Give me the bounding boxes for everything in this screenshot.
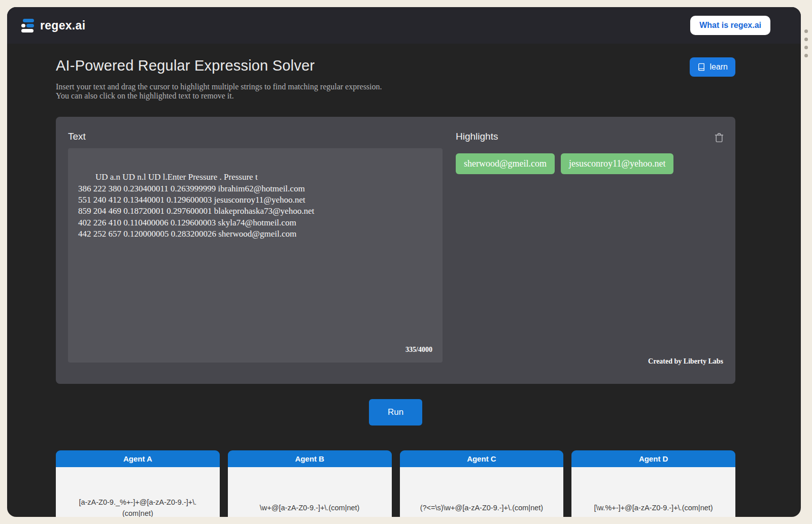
- agent-regex-result: (?<=\s)\w+@[a-zA-Z0-9.-]+\.(com|net): [400, 467, 564, 517]
- clear-highlights-button[interactable]: [714, 132, 724, 143]
- regex-ai-logo-icon: [21, 19, 35, 32]
- page-subtitle: Insert your text and drag the cursor to …: [56, 82, 735, 100]
- app-window: regex.ai What is regex.ai AI-Powered Reg…: [7, 7, 801, 517]
- agent-regex-result: \w+@[a-zA-Z0-9.-]+\.(com|net): [228, 467, 392, 517]
- agent-card-header: Agent B: [228, 450, 392, 467]
- learn-button[interactable]: learn: [690, 57, 735, 77]
- agent-results: Agent A [a-zA-Z0-9._%+-]+@[a-zA-Z0-9.-]+…: [56, 450, 735, 517]
- highlight-chip[interactable]: jesusconroy11@yehoo.net: [561, 153, 673, 174]
- brand-name: regex.ai: [40, 19, 85, 32]
- text-content[interactable]: UD a.n UD n.l UD l.Enter Pressure . Pres…: [78, 172, 314, 238]
- trash-icon: [714, 132, 724, 143]
- learn-button-label: learn: [709, 62, 728, 72]
- book-icon: [697, 63, 705, 71]
- agent-card: Agent D [\w.%+-]+@[a-zA-Z0-9.-]+\.(com|n…: [571, 450, 735, 517]
- subtitle-line-2: You can also click on the highlighted te…: [56, 91, 735, 101]
- agent-card-header: Agent A: [56, 450, 220, 467]
- workspace-panel: Text UD a.n UD n.l UD l.Enter Pressure .…: [56, 117, 735, 384]
- agent-card: Agent B \w+@[a-zA-Z0-9.-]+\.(com|net): [228, 450, 392, 517]
- agent-card-header: Agent C: [400, 450, 564, 467]
- what-is-regex-button[interactable]: What is regex.ai: [690, 16, 770, 35]
- agent-card: Agent A [a-zA-Z0-9._%+-]+@[a-zA-Z0-9.-]+…: [56, 450, 220, 517]
- highlight-chip[interactable]: sherwood@gmeil.com: [456, 153, 555, 174]
- subtitle-line-1: Insert your text and drag the cursor to …: [56, 82, 735, 91]
- char-counter: 335/4000: [405, 345, 432, 354]
- agent-regex-result: [\w.%+-]+@[a-zA-Z0-9.-]+\.(com|net): [571, 467, 735, 517]
- highlight-chips: sherwood@gmeil.com jesusconroy11@yehoo.n…: [456, 153, 723, 174]
- credit-text: Created by Liberty Labs: [648, 357, 723, 366]
- top-bar: regex.ai What is regex.ai: [7, 7, 801, 44]
- agent-card-header: Agent D: [571, 450, 735, 467]
- text-section-label: Text: [68, 131, 86, 142]
- agent-card: Agent C (?<=\s)\w+@[a-zA-Z0-9.-]+\.(com|…: [400, 450, 564, 517]
- scrollbar-dots[interactable]: [804, 29, 808, 57]
- text-input-area[interactable]: UD a.n UD n.l UD l.Enter Pressure . Pres…: [68, 148, 443, 363]
- agent-regex-result: [a-zA-Z0-9._%+-]+@[a-zA-Z0-9.-]+\.(com|n…: [56, 467, 220, 517]
- highlights-section-label: Highlights: [456, 131, 498, 142]
- run-button[interactable]: Run: [369, 399, 422, 425]
- page-title: AI-Powered Regular Expression Solver: [56, 57, 315, 74]
